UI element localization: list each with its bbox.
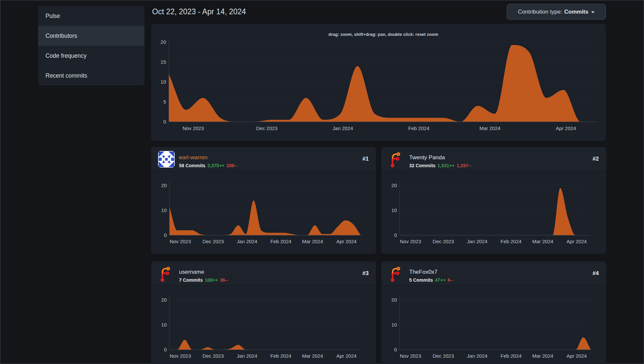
svg-text:20: 20 [391, 297, 397, 303]
svg-text:Mar 2024: Mar 2024 [532, 353, 553, 359]
svg-text:Nov 2023: Nov 2023 [170, 239, 191, 244]
contributor-commits-chart[interactable]: 01020Nov 2023Dec 2023Jan 2024Feb 2024Mar… [381, 285, 606, 364]
contribution-type-dropdown[interactable]: Contribution type: Commits [507, 4, 606, 20]
contributor-rank-badge: #2 [593, 156, 599, 162]
chevron-down-icon [591, 11, 595, 13]
forgejo-logo-avatar [388, 151, 405, 168]
forgejo-logo-avatar [388, 265, 405, 282]
deletions-count: 286-- [227, 163, 237, 168]
contributor-card-header: Twenty Panda 32 Commits1,531++1,297-- #2 [381, 147, 606, 171]
svg-text:Apr 2024: Apr 2024 [336, 239, 357, 244]
additions-count: 47++ [435, 277, 446, 283]
contributor-rank-badge: #4 [593, 270, 599, 277]
commit-count: 58 Commits [179, 163, 205, 168]
contributor-stats: 58 Commits3,375++286-- [179, 163, 237, 168]
sidebar-item-pulse[interactable]: Pulse [38, 6, 144, 26]
identicon-avatar [158, 151, 175, 168]
avatar [388, 265, 405, 282]
sidebar-item-recent-commits[interactable]: Recent commits [38, 66, 144, 86]
svg-text:Nov 2023: Nov 2023 [400, 239, 421, 244]
svg-text:Mar 2024: Mar 2024 [479, 125, 500, 131]
svg-text:Jan 2024: Jan 2024 [332, 125, 353, 131]
svg-text:Nov 2023: Nov 2023 [400, 353, 421, 359]
svg-text:0: 0 [394, 232, 397, 238]
contributor-rank-badge: #3 [362, 270, 369, 277]
svg-text:Nov 2023: Nov 2023 [183, 125, 204, 131]
deletions-count: 36-- [220, 277, 228, 283]
additions-count: 108++ [205, 277, 218, 283]
svg-text:5: 5 [163, 99, 166, 105]
svg-text:Jan 2024: Jan 2024 [237, 239, 257, 244]
avatar [158, 151, 175, 168]
contributor-commits-chart[interactable]: 01020Nov 2023Dec 2023Jan 2024Feb 2024Mar… [381, 171, 606, 255]
contributor-rank-badge: #1 [362, 156, 369, 162]
sidebar-item-code-frequency[interactable]: Code frequency [38, 46, 144, 66]
svg-text:Mar 2024: Mar 2024 [302, 353, 323, 359]
svg-text:20: 20 [160, 39, 166, 45]
svg-text:Dec 2023: Dec 2023 [256, 125, 277, 131]
svg-text:20: 20 [161, 297, 167, 303]
contribution-type-value: Commits [564, 9, 589, 15]
contributor-commits-chart[interactable]: 01020Nov 2023Dec 2023Jan 2024Feb 2024Mar… [151, 171, 376, 255]
svg-text:Feb 2024: Feb 2024 [270, 353, 291, 359]
svg-text:10: 10 [161, 207, 167, 213]
svg-text:Dec 2023: Dec 2023 [203, 353, 224, 359]
svg-text:Feb 2024: Feb 2024 [408, 125, 429, 131]
commit-count: 32 Commits [409, 163, 435, 168]
contributor-name: username [179, 269, 204, 275]
overview-chart-panel: drag: zoom, shift+drag: pan, double clic… [151, 24, 606, 141]
svg-text:Dec 2023: Dec 2023 [433, 353, 454, 359]
contributor-commits-chart[interactable]: 01020Nov 2023Dec 2023Jan 2024Feb 2024Mar… [151, 285, 376, 364]
contributor-card: earl-warren 58 Commits3,375++286-- #1 01… [151, 147, 376, 254]
contributor-name: TheFox0x7 [409, 269, 437, 275]
commit-count: 7 Commits [179, 277, 203, 283]
svg-text:10: 10 [391, 322, 397, 328]
contributor-card: Twenty Panda 32 Commits1,531++1,297-- #2… [381, 147, 606, 254]
svg-text:0: 0 [164, 232, 167, 238]
svg-text:20: 20 [161, 182, 167, 188]
contributor-card-header: username 7 Commits108++36-- #3 [151, 261, 376, 286]
contributor-card: username 7 Commits108++36-- #3 01020Nov … [151, 261, 376, 364]
contribution-type-label: Contribution type: [518, 9, 562, 15]
deletions-count: 1,297-- [457, 163, 471, 168]
svg-text:Apr 2024: Apr 2024 [567, 239, 587, 244]
contributor-name[interactable]: earl-warren [179, 154, 208, 161]
svg-text:0: 0 [164, 347, 167, 352]
deletions-count: 6-- [448, 277, 453, 283]
forgejo-logo-avatar [158, 265, 175, 282]
svg-text:Feb 2024: Feb 2024 [501, 353, 521, 359]
svg-text:Nov 2023: Nov 2023 [170, 353, 191, 359]
svg-text:Jan 2024: Jan 2024 [467, 239, 488, 244]
svg-text:Feb 2024: Feb 2024 [501, 239, 521, 244]
sidebar-item-contributors[interactable]: Contributors [38, 26, 144, 46]
svg-text:Apr 2024: Apr 2024 [336, 353, 357, 359]
contributor-card-header: earl-warren 58 Commits3,375++286-- #1 [151, 147, 376, 171]
contributions-overview-chart[interactable]: 05101520Nov 2023Dec 2023Jan 2024Feb 2024… [151, 24, 606, 141]
svg-text:10: 10 [391, 207, 397, 213]
svg-text:10: 10 [161, 322, 167, 328]
svg-text:20: 20 [391, 182, 397, 188]
contributor-stats: 32 Commits1,531++1,297-- [409, 163, 471, 168]
additions-count: 3,375++ [207, 163, 224, 168]
contributor-name: Twenty Panda [409, 154, 445, 161]
svg-text:Mar 2024: Mar 2024 [532, 239, 553, 244]
avatar [388, 151, 405, 168]
svg-text:10: 10 [160, 79, 166, 85]
svg-text:15: 15 [160, 59, 166, 65]
commit-count: 5 Commits [409, 277, 433, 283]
svg-text:0: 0 [394, 347, 397, 352]
additions-count: 1,531++ [437, 163, 454, 168]
contributor-card-header: TheFox0x7 5 Commits47++6-- #4 [381, 261, 606, 286]
repo-contributors-page: PulseContributorsCode frequencyRecent co… [0, 0, 644, 364]
contributor-stats: 5 Commits47++6-- [409, 277, 453, 283]
svg-text:Apr 2024: Apr 2024 [556, 125, 576, 131]
svg-text:Mar 2024: Mar 2024 [302, 239, 323, 244]
svg-text:0: 0 [163, 119, 166, 124]
page-title: Oct 22, 2023 - Apr 14, 2024 [152, 7, 246, 16]
svg-text:Jan 2024: Jan 2024 [467, 353, 488, 359]
contributor-card: TheFox0x7 5 Commits47++6-- #4 01020Nov 2… [381, 261, 606, 364]
svg-text:Feb 2024: Feb 2024 [270, 239, 291, 244]
contributor-stats: 7 Commits108++36-- [179, 277, 228, 283]
sidebar: PulseContributorsCode frequencyRecent co… [38, 6, 144, 86]
avatar [158, 265, 175, 282]
